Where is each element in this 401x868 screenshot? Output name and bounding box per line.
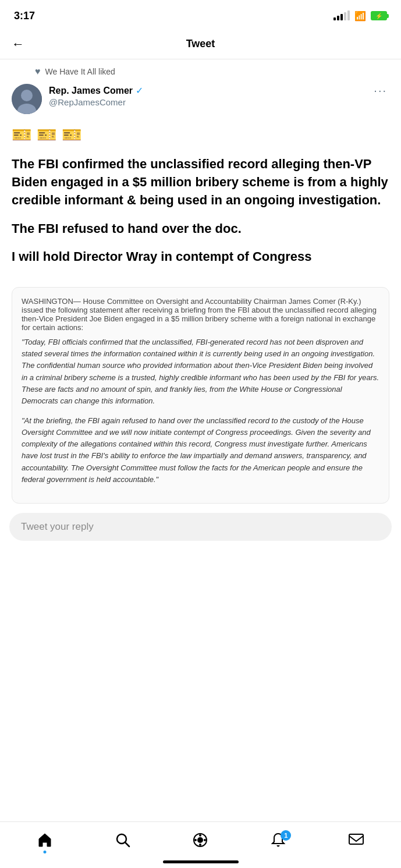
home-active-dot xyxy=(43,851,46,853)
article-quote2: "At the briefing, the FBI again refused … xyxy=(22,415,379,486)
svg-point-1 xyxy=(21,90,33,101)
verified-badge: ✓ xyxy=(136,85,143,96)
svg-point-9 xyxy=(194,839,197,841)
back-button[interactable]: ← xyxy=(12,37,24,52)
battery-icon: ⚡ xyxy=(371,11,387,20)
search-icon xyxy=(115,832,130,852)
svg-point-7 xyxy=(199,834,201,837)
tweet-main-text: The FBI confirmed the unclassified recor… xyxy=(12,155,389,266)
svg-line-4 xyxy=(125,842,129,846)
nav-notifications[interactable]: 1 xyxy=(261,828,296,857)
author-name[interactable]: Rep. James Comer xyxy=(49,86,133,96)
status-time: 3:17 xyxy=(14,10,35,22)
more-button[interactable]: ··· xyxy=(371,84,389,97)
article-location: WASHINGTON— House Committee on Oversight… xyxy=(22,297,379,332)
heart-icon: ♥ xyxy=(35,66,41,77)
author-info: Rep. James Comer ✓ ··· @RepJamesComer xyxy=(49,84,389,107)
avatar-image xyxy=(12,84,42,114)
reply-input[interactable]: Tweet your reply xyxy=(9,513,392,541)
status-icons: 📶 ⚡ xyxy=(333,10,387,22)
svg-rect-11 xyxy=(349,834,363,844)
liked-notice: ♥ We Have It All liked xyxy=(0,59,401,79)
article-location-text: WASHINGTON xyxy=(22,297,73,306)
emojis-row: 🎫 🎫 🎫 xyxy=(12,123,389,146)
tweet-author-row: Rep. James Comer ✓ ··· @RepJamesComer xyxy=(0,79,401,119)
messages-icon xyxy=(348,832,364,852)
tweet-part3: I will hold Director Wray in contempt of… xyxy=(12,248,389,266)
spaces-icon xyxy=(192,832,208,852)
page-title: Tweet xyxy=(186,38,215,50)
author-handle[interactable]: @RepJamesComer xyxy=(49,97,389,107)
author-name-row: Rep. James Comer ✓ ··· xyxy=(49,84,389,97)
tweet-part1: The FBI confirmed the unclassified recor… xyxy=(12,155,389,209)
nav-home[interactable] xyxy=(27,828,62,857)
scroll-area[interactable]: ♥ We Have It All liked Rep. James Comer … xyxy=(0,59,401,786)
nav-search[interactable] xyxy=(105,828,140,857)
article-quote1: "Today, FBI officials confirmed that the… xyxy=(22,336,379,407)
wifi-icon: 📶 xyxy=(354,10,366,22)
svg-point-6 xyxy=(197,837,203,843)
notification-badge: 1 xyxy=(281,830,291,841)
tweet-content: 🎫 🎫 🎫 The FBI confirmed the unclassified… xyxy=(0,119,401,287)
article-block: WASHINGTON— House Committee on Oversight… xyxy=(12,287,389,504)
liked-text: We Have It All liked xyxy=(45,67,115,76)
home-icon xyxy=(37,832,53,852)
svg-point-10 xyxy=(204,839,206,841)
signal-icon xyxy=(333,11,350,20)
status-bar: 3:17 📶 ⚡ xyxy=(0,0,401,29)
home-indicator xyxy=(163,860,239,863)
avatar[interactable] xyxy=(12,84,42,114)
tweet-part2: The FBI refused to hand over the doc. xyxy=(12,220,389,238)
svg-point-8 xyxy=(199,844,201,846)
top-nav: ← Tweet xyxy=(0,29,401,59)
article-intro: House Committee on Oversight and Account… xyxy=(22,297,377,332)
nav-spaces[interactable] xyxy=(183,828,218,857)
nav-messages[interactable] xyxy=(339,828,374,857)
